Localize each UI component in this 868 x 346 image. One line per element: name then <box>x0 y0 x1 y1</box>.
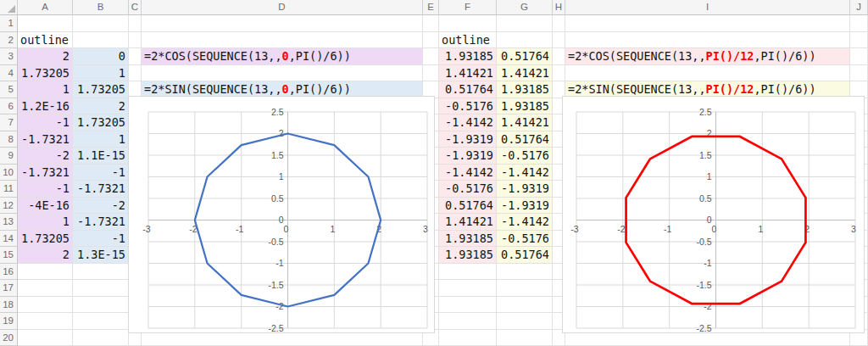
column-header-C[interactable]: C <box>129 0 142 15</box>
cell-F18[interactable] <box>439 297 497 314</box>
cell-B19[interactable] <box>73 313 129 330</box>
cell-I2[interactable] <box>565 32 850 49</box>
row-header-8[interactable]: 8 <box>0 131 18 148</box>
row-header-12[interactable]: 12 <box>0 198 18 215</box>
column-header-B[interactable]: B <box>73 0 129 15</box>
cell-F7[interactable]: -1.4142 <box>439 114 497 131</box>
cell-G15[interactable]: 0.51764 <box>497 247 553 264</box>
cell-F19[interactable] <box>439 313 497 330</box>
cell-F11[interactable]: -0.5176 <box>439 181 497 198</box>
cell-C3[interactable] <box>129 48 142 65</box>
column-header-F[interactable]: F <box>439 0 497 15</box>
select-all-corner[interactable] <box>0 0 18 15</box>
cell-B7[interactable]: 1.73205 <box>73 114 129 131</box>
cell-D1[interactable] <box>142 15 423 32</box>
cell-B14[interactable]: -1 <box>73 231 129 248</box>
cell-A2[interactable]: outline <box>18 32 73 49</box>
cell-A16[interactable] <box>18 264 73 281</box>
cell-F12[interactable]: 0.51764 <box>439 198 497 215</box>
cell-B16[interactable] <box>73 264 129 281</box>
cell-B17[interactable] <box>73 280 129 297</box>
cell-B11[interactable]: -1.7321 <box>73 181 129 198</box>
cell-C4[interactable] <box>129 65 142 82</box>
cell-A9[interactable]: -2 <box>18 148 73 165</box>
column-header-J[interactable]: J <box>850 0 868 15</box>
cell-B8[interactable]: 1 <box>73 131 129 148</box>
cell-G1[interactable] <box>497 15 553 32</box>
row-header-15[interactable]: 15 <box>0 247 18 264</box>
cell-F4[interactable]: 1.41421 <box>439 65 497 82</box>
row-header-11[interactable]: 11 <box>0 181 18 198</box>
row-header-10[interactable]: 10 <box>0 165 18 181</box>
cell-B12[interactable]: -2 <box>73 198 129 215</box>
cell-A5[interactable]: 1 <box>18 81 73 98</box>
cell-B18[interactable] <box>73 297 129 314</box>
cell-B4[interactable]: 1 <box>73 65 129 82</box>
cell-G3[interactable]: 0.51764 <box>497 48 553 65</box>
cell-D3[interactable]: =2*COS(SEQUENCE(13,,0,PI()/6)) <box>142 48 423 65</box>
cell-A20[interactable] <box>18 330 73 346</box>
cell-G11[interactable]: -1.9319 <box>497 181 553 198</box>
cell-A15[interactable]: 2 <box>18 247 73 264</box>
cell-G18[interactable] <box>497 297 553 314</box>
cell-A6[interactable]: 1.2E-16 <box>18 98 73 115</box>
cell-G4[interactable]: 1.41421 <box>497 65 553 82</box>
cell-A3[interactable]: 2 <box>18 48 73 65</box>
cell-I1[interactable] <box>565 15 850 32</box>
cell-F13[interactable]: 1.41421 <box>439 214 497 231</box>
cell-G12[interactable]: -1.9319 <box>497 198 553 215</box>
row-header-13[interactable]: 13 <box>0 214 18 231</box>
cell-A4[interactable]: 1.73205 <box>18 65 73 82</box>
cell-F16[interactable] <box>439 264 497 281</box>
cell-A13[interactable]: 1 <box>18 214 73 231</box>
cell-B3[interactable]: 0 <box>73 48 129 65</box>
row-header-6[interactable]: 6 <box>0 98 18 115</box>
row-header-19[interactable]: 19 <box>0 313 18 330</box>
cell-H3[interactable] <box>553 48 565 65</box>
cell-A7[interactable]: -1 <box>18 114 73 131</box>
cell-A8[interactable]: -1.7321 <box>18 131 73 148</box>
cell-G20[interactable] <box>497 330 553 346</box>
cell-B6[interactable]: 2 <box>73 98 129 115</box>
cell-G16[interactable] <box>497 264 553 281</box>
cell-H1[interactable] <box>553 15 565 32</box>
cell-C2[interactable] <box>129 32 142 49</box>
cell-B5[interactable]: 1.73205 <box>73 81 129 98</box>
cell-A12[interactable]: -4E-16 <box>18 198 73 215</box>
cell-A11[interactable]: -1 <box>18 181 73 198</box>
cell-A10[interactable]: -1.7321 <box>18 165 73 181</box>
cell-J2[interactable] <box>850 32 868 49</box>
column-header-G[interactable]: G <box>497 0 553 15</box>
cell-G7[interactable]: 1.41421 <box>497 114 553 131</box>
cell-A1[interactable] <box>18 15 73 32</box>
cell-I3[interactable]: =2*COS(SEQUENCE(13,,PI()/12,PI()/6)) <box>565 48 850 65</box>
cell-G17[interactable] <box>497 280 553 297</box>
cell-G8[interactable]: 0.51764 <box>497 131 553 148</box>
cell-F20[interactable] <box>439 330 497 346</box>
column-header-E[interactable]: E <box>423 0 439 15</box>
cell-F10[interactable]: -1.4142 <box>439 165 497 181</box>
cell-G5[interactable]: 1.93185 <box>497 81 553 98</box>
cell-C1[interactable] <box>129 15 142 32</box>
cell-D4[interactable] <box>142 65 423 82</box>
cell-G10[interactable]: -1.4142 <box>497 165 553 181</box>
column-header-I[interactable]: I <box>565 0 850 15</box>
cell-F8[interactable]: -1.9319 <box>439 131 497 148</box>
cell-A18[interactable] <box>18 297 73 314</box>
cell-B10[interactable]: -1 <box>73 165 129 181</box>
cell-F15[interactable]: 1.93185 <box>439 247 497 264</box>
cell-B2[interactable] <box>73 32 129 49</box>
cell-B1[interactable] <box>73 15 129 32</box>
row-header-14[interactable]: 14 <box>0 231 18 248</box>
cell-G9[interactable]: -0.5176 <box>497 148 553 165</box>
row-header-7[interactable]: 7 <box>0 114 18 131</box>
cell-A14[interactable]: 1.73205 <box>18 231 73 248</box>
cell-E3[interactable] <box>423 48 439 65</box>
row-header-5[interactable]: 5 <box>0 81 18 98</box>
chart-red-dodecagon[interactable]: -3-2-101232.521.510.50-0.5-1-1.5-2-2.5 <box>562 96 865 333</box>
cell-G14[interactable]: -0.5176 <box>497 231 553 248</box>
cell-J4[interactable] <box>850 65 868 82</box>
chart-blue-dodecagon[interactable]: -3-2-101232.521.510.50-0.5-1-1.5-2-2.5 <box>128 96 435 333</box>
cell-F2[interactable]: outline <box>439 32 497 49</box>
cell-E1[interactable] <box>423 15 439 32</box>
